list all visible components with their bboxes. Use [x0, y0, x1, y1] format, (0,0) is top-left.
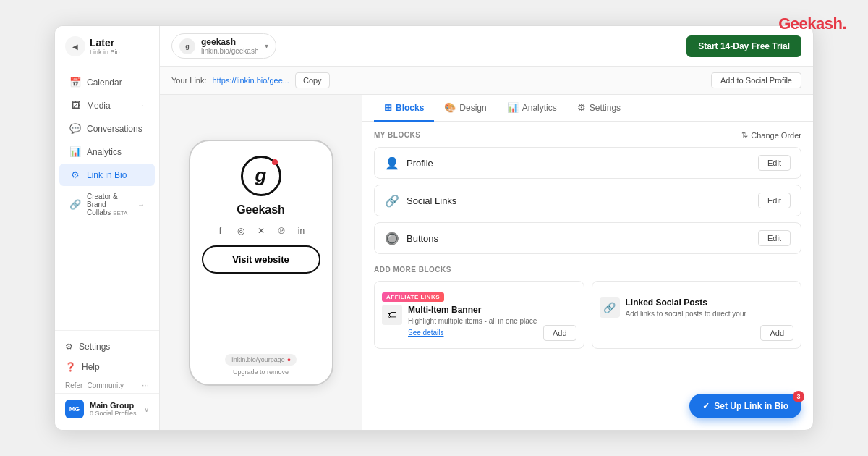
tab-design[interactable]: 🎨 Design [434, 95, 496, 122]
settings-label: Settings [79, 342, 110, 352]
sidebar-item-label: Analytics [87, 147, 122, 157]
facebook-icon: f [213, 224, 228, 238]
profile-avatar: g [179, 38, 195, 54]
conversations-icon: 💬 [69, 123, 81, 134]
sidebar-item-label: Creator & Brand Collabs BETA [87, 193, 132, 216]
profile-selector[interactable]: g geekash linkin.bio/geekash ▾ [171, 33, 276, 59]
instagram-icon: ◎ [234, 224, 248, 238]
profile-url: linkin.bio/geekash [201, 47, 259, 55]
phone-watermark: linkin.bio/yourpage ● [225, 354, 297, 366]
design-tab-label: Design [459, 103, 486, 113]
help-label: Help [82, 362, 100, 372]
refer-label: Refer [65, 381, 82, 389]
refer-row: Refer Community ··· [55, 377, 159, 393]
buttons-block-name: Buttons [407, 233, 751, 244]
sidebar-item-conversations[interactable]: 💬 Conversations [59, 117, 155, 140]
add-more-title: ADD MORE BLOCKS [374, 266, 801, 274]
sidebar-item-link-in-bio[interactable]: ⚙ Link in Bio [59, 164, 155, 186]
geekash-logo: Geekash. [778, 14, 846, 33]
settings-tab-icon: ⚙ [577, 102, 586, 113]
phone-social-icons: f ◎ ✕ ℗ in [213, 224, 309, 238]
group-info: Main Group 0 Social Profiles [90, 401, 138, 417]
link-url[interactable]: https://linkin.bio/gee... [213, 76, 289, 85]
group-chevron-icon: ∨ [144, 405, 149, 413]
sidebar-bottom: ⚙ Settings ❓ Help Refer Community ··· MG… [55, 330, 159, 430]
social-links-edit-button[interactable]: Edit [758, 193, 791, 208]
watermark-icon: ● [287, 356, 291, 363]
sidebar-item-creator-brand[interactable]: 🔗 Creator & Brand Collabs BETA → [59, 187, 155, 222]
my-blocks-header: MY BLOCKS ⇅ Change Order [374, 130, 801, 140]
analytics-icon: 📊 [69, 146, 81, 157]
add-blocks-grid: AFFILIATE LINKS 🏷 Multi-Item Banner High… [374, 281, 801, 349]
pinterest-icon: ℗ [274, 224, 289, 238]
sidebar-item-media[interactable]: 🖼 Media → [59, 94, 155, 117]
setup-cta-button[interactable]: ✓ Set Up Link in Bio 3 [689, 394, 801, 418]
sidebar-item-settings[interactable]: ⚙ Settings [55, 337, 159, 357]
blocks-content: MY BLOCKS ⇅ Change Order 👤 Profile Edit [362, 122, 813, 430]
geekash-dot: e [791, 14, 799, 33]
group-avatar: MG [65, 400, 84, 418]
app-window: ◀ Later Link in Bio 📅 Calendar 🖼 Media →… [54, 25, 814, 431]
profile-name: geekash [201, 37, 259, 47]
later-logo-icon: ◀ [65, 36, 85, 56]
watermark-text: linkin.bio/yourpage [231, 356, 285, 363]
multi-item-banner-card: AFFILIATE LINKS 🏷 Multi-Item Banner High… [374, 281, 584, 349]
app-name: Later [90, 37, 120, 48]
add-to-social-button[interactable]: Add to Social Profile [711, 72, 801, 88]
sidebar-group[interactable]: MG Main Group 0 Social Profiles ∨ [55, 393, 159, 424]
copy-button[interactable]: Copy [295, 72, 330, 88]
profile-chevron-icon: ▾ [265, 42, 268, 50]
visit-website-button[interactable]: Visit website [202, 245, 320, 274]
sidebar-logo-text: Later Link in Bio [90, 37, 120, 56]
change-order-button[interactable]: ⇅ Change Order [741, 130, 801, 140]
setup-cta-badge: 3 [793, 391, 804, 402]
add-block-header: 🔗 Linked Social Posts Add links to socia… [600, 297, 794, 318]
sidebar-item-label: Calendar [87, 77, 122, 88]
my-blocks-title: MY BLOCKS [374, 131, 420, 139]
buttons-edit-button[interactable]: Edit [758, 230, 791, 246]
buttons-block-icon: 🔘 [385, 232, 399, 245]
preview-area: g Geekash f ◎ ✕ ℗ in Visit website [160, 95, 362, 430]
add-more-section: ADD MORE BLOCKS AFFILIATE LINKS 🏷 Multi-… [374, 266, 801, 349]
sidebar-item-help[interactable]: ❓ Help [55, 357, 159, 377]
group-count: 0 Social Profiles [90, 410, 138, 417]
affiliate-badge: AFFILIATE LINKS [382, 292, 444, 302]
tab-blocks[interactable]: ⊞ Blocks [374, 95, 434, 122]
profile-edit-button[interactable]: Edit [758, 155, 791, 171]
sidebar-item-label: Link in Bio [87, 170, 127, 180]
settings-icon: ⚙ [65, 342, 73, 352]
phone-footer: linkin.bio/yourpage ● Upgrade to remove [225, 352, 297, 376]
linked-social-add-button[interactable]: Add [760, 325, 793, 341]
sidebar-logo: ◀ Later Link in Bio [55, 26, 159, 64]
top-bar: g geekash linkin.bio/geekash ▾ Start 14-… [160, 26, 813, 67]
social-links-block-icon: 🔗 [385, 194, 399, 208]
sidebar-nav: 📅 Calendar 🖼 Media → 💬 Conversations 📊 A… [55, 64, 159, 330]
geekash-logo-text: Geekash. [778, 14, 846, 33]
sidebar-item-analytics[interactable]: 📊 Analytics [59, 140, 155, 163]
tab-settings[interactable]: ⚙ Settings [567, 95, 631, 122]
group-name: Main Group [90, 401, 138, 410]
buttons-block: 🔘 Buttons Edit [374, 222, 801, 254]
refer-dots[interactable]: ··· [142, 380, 149, 390]
linked-social-posts-card: 🔗 Linked Social Posts Add links to socia… [592, 281, 802, 349]
design-tab-icon: 🎨 [444, 102, 456, 113]
sidebar-item-calendar[interactable]: 📅 Calendar [59, 71, 155, 93]
profile-block-name: Profile [407, 158, 751, 169]
reorder-icon: ⇅ [741, 130, 748, 140]
upgrade-text: Upgrade to remove [225, 368, 297, 376]
phone-logo-circle: g [241, 156, 281, 196]
multi-item-name: Multi-Item Banner [408, 305, 576, 315]
app-subtitle: Link in Bio [90, 48, 120, 56]
sidebar-item-label: Conversations [87, 124, 142, 134]
media-icon: 🖼 [69, 100, 81, 111]
media-arrow: → [137, 101, 145, 109]
linkedin-icon: in [294, 224, 309, 238]
setup-cta-icon: ✓ [702, 401, 710, 411]
sidebar: ◀ Later Link in Bio 📅 Calendar 🖼 Media →… [55, 26, 160, 430]
multi-item-add-button[interactable]: Add [543, 325, 576, 341]
tab-analytics[interactable]: 📊 Analytics [497, 95, 567, 122]
phone-logo-dot [272, 159, 278, 165]
social-links-block: 🔗 Social Links Edit [374, 185, 801, 216]
start-trial-button[interactable]: Start 14-Day Free Trial [686, 35, 801, 57]
profile-block-icon: 👤 [385, 156, 399, 170]
